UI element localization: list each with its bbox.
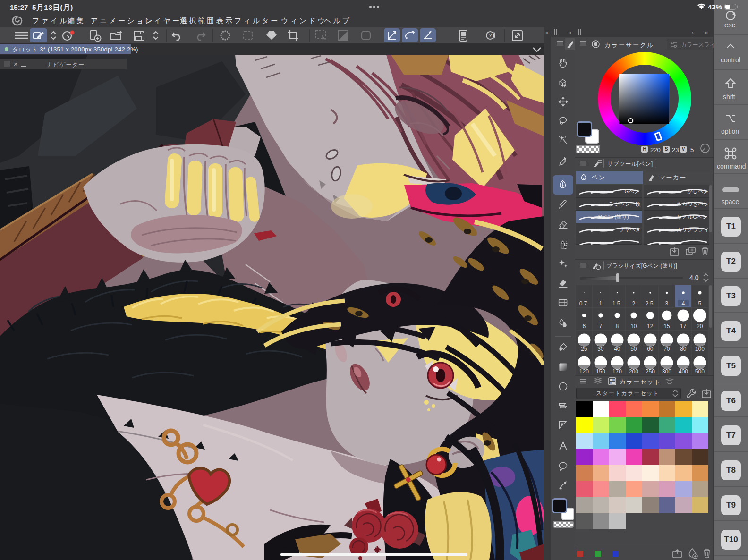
svg-text:?: ? xyxy=(489,33,492,38)
